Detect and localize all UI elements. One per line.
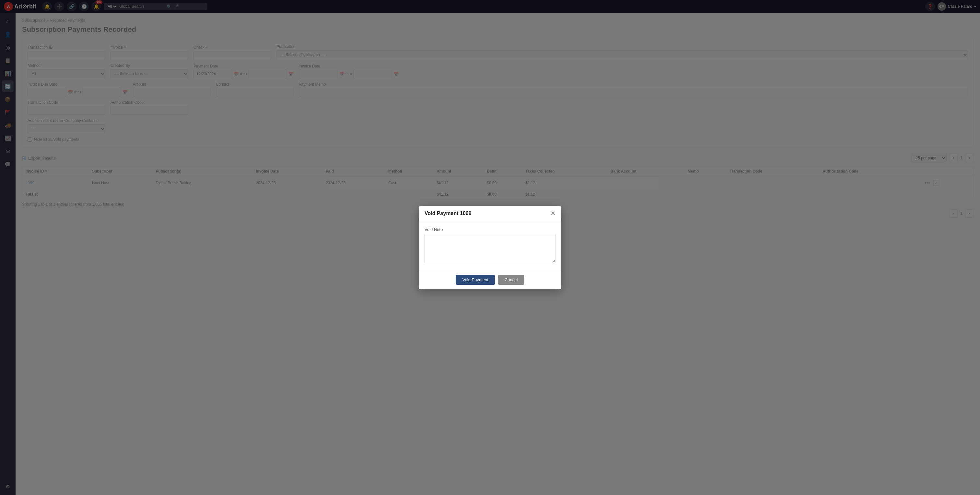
void-payment-button[interactable]: Void Payment (456, 275, 495, 285)
modal-overlay[interactable]: Void Payment 1069 ✕ Void Note Void Payme… (0, 0, 980, 495)
void-payment-modal: Void Payment 1069 ✕ Void Note Void Payme… (419, 206, 561, 289)
modal-header: Void Payment 1069 ✕ (419, 206, 561, 221)
modal-title: Void Payment 1069 (425, 211, 471, 216)
void-note-textarea[interactable] (425, 234, 555, 263)
cancel-button[interactable]: Cancel (498, 275, 524, 285)
modal-footer: Void Payment Cancel (419, 270, 561, 289)
modal-body: Void Note (419, 221, 561, 270)
modal-close-button[interactable]: ✕ (550, 211, 555, 216)
void-note-label: Void Note (425, 227, 555, 232)
